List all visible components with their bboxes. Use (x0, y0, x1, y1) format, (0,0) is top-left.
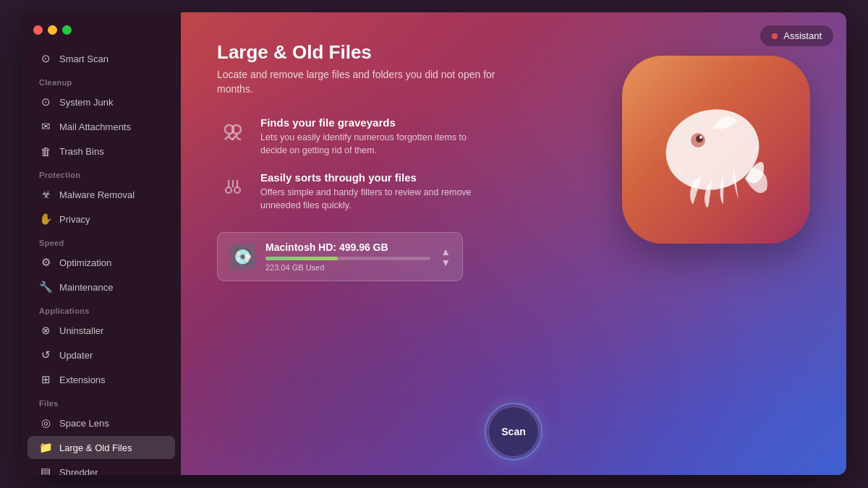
disk-info: Macintosh HD: 499.96 GB 223.04 GB Used (265, 241, 430, 272)
feature-item-sorts: Easily sorts through your files Offers s… (217, 171, 810, 212)
sidebar-item-label: Large & Old Files (59, 442, 132, 453)
optimization-icon: ⚙ (39, 256, 52, 269)
sidebar-item-label: Smart Scan (59, 53, 109, 64)
page-title: Large & Old Files (217, 41, 810, 64)
sidebar-item-label: Trash Bins (59, 146, 104, 157)
sidebar-section-speed: Speed (22, 231, 181, 250)
scan-button-ring: Scan (485, 403, 542, 461)
feature-text-graveyards: Finds your file graveyards Lets you easi… (260, 116, 492, 157)
sidebar: ⊙ Smart Scan Cleanup ⊙ System Junk ✉ Mai… (22, 12, 181, 475)
sidebar-item-system-junk[interactable]: ⊙ System Junk (27, 90, 175, 114)
feature-desc-sorts: Offers simple and handy filters to revie… (260, 187, 492, 212)
page-description: Locate and remove large files and folder… (217, 68, 521, 96)
sidebar-section-files: Files (22, 392, 181, 411)
sidebar-item-label: System Junk (59, 97, 113, 108)
assistant-label: Assistant (783, 30, 822, 41)
maintenance-icon: 🔧 (39, 281, 52, 294)
svg-point-6 (226, 187, 231, 193)
sidebar-item-label: Updater (59, 350, 93, 361)
traffic-lights (22, 20, 181, 46)
feature-item-graveyards: Finds your file graveyards Lets you easi… (217, 116, 810, 157)
sidebar-item-uninstaller[interactable]: ⊗ Uninstaller (27, 319, 175, 342)
sidebar-item-label: Maintenance (59, 282, 113, 293)
space-lens-icon: ◎ (39, 416, 52, 429)
sidebar-item-privacy[interactable]: ✋ Privacy (27, 207, 175, 231)
sidebar-item-label: Extensions (59, 374, 106, 385)
sidebar-item-label: Privacy (59, 214, 90, 225)
trash-icon: 🗑 (39, 145, 52, 158)
privacy-icon: ✋ (39, 213, 52, 226)
sidebar-item-shredder[interactable]: ▤ Shredder (27, 461, 175, 475)
sidebar-item-label: Malware Removal (59, 189, 135, 200)
graveyards-icon (217, 116, 249, 148)
sidebar-item-space-lens[interactable]: ◎ Space Lens (27, 411, 175, 435)
features-list: Finds your file graveyards Lets you easi… (217, 116, 810, 212)
sidebar-item-malware-removal[interactable]: ☣ Malware Removal (27, 183, 175, 206)
malware-icon: ☣ (39, 188, 52, 201)
close-button[interactable] (33, 25, 43, 35)
updater-icon: ↺ (39, 348, 52, 361)
disk-bar-fill (265, 257, 338, 260)
sidebar-item-label: Mail Attachments (59, 121, 131, 132)
minimize-button[interactable] (48, 25, 57, 35)
content-area: Large & Old Files Locate and remove larg… (217, 41, 810, 417)
svg-point-7 (234, 187, 240, 193)
sidebar-item-extensions[interactable]: ⊞ Extensions (27, 368, 175, 391)
disk-used-label: 223.04 GB Used (265, 263, 430, 272)
feature-title-sorts: Easily sorts through your files (260, 171, 492, 184)
scan-button-container: Scan (485, 403, 542, 461)
disk-bar-background (265, 257, 430, 260)
scan-button[interactable]: Scan (488, 406, 539, 457)
disk-drive-icon: 💽 (229, 244, 255, 270)
smart-scan-icon: ⊙ (39, 52, 52, 65)
main-content: Assistant (181, 12, 846, 475)
sidebar-item-label: Space Lens (59, 418, 109, 429)
feature-desc-graveyards: Lets you easily identify numerous forgot… (260, 132, 492, 157)
app-window: ⊙ Smart Scan Cleanup ⊙ System Junk ✉ Mai… (22, 12, 846, 475)
sidebar-item-label: Uninstaller (59, 325, 103, 336)
uninstaller-icon: ⊗ (39, 324, 52, 337)
sidebar-item-updater[interactable]: ↺ Updater (27, 343, 175, 367)
mail-icon: ✉ (39, 120, 52, 133)
sidebar-section-cleanup: Cleanup (22, 71, 181, 90)
sidebar-item-label: Optimization (59, 257, 111, 268)
sidebar-section-protection: Protection (22, 163, 181, 182)
folder-icon: 📁 (39, 441, 52, 454)
sidebar-item-optimization[interactable]: ⚙ Optimization (27, 251, 175, 274)
disk-selector[interactable]: 💽 Macintosh HD: 499.96 GB 223.04 GB Used… (217, 232, 463, 281)
feature-text-sorts: Easily sorts through your files Offers s… (260, 171, 492, 212)
feature-title-graveyards: Finds your file graveyards (260, 116, 492, 129)
disk-name: Macintosh HD: 499.96 GB (265, 241, 430, 253)
shredder-icon: ▤ (39, 466, 52, 475)
sorts-icon (217, 171, 249, 203)
maximize-button[interactable] (62, 25, 72, 35)
disk-chevron-icon: ▲ ▼ (441, 247, 451, 267)
sidebar-item-mail-attachments[interactable]: ✉ Mail Attachments (27, 115, 175, 138)
sidebar-item-large-old-files[interactable]: 📁 Large & Old Files (27, 436, 175, 459)
sidebar-item-trash-bins[interactable]: 🗑 Trash Bins (27, 140, 175, 163)
sidebar-item-maintenance[interactable]: 🔧 Maintenance (27, 275, 175, 299)
assistant-status-dot (772, 33, 778, 39)
system-junk-icon: ⊙ (39, 95, 52, 108)
sidebar-section-applications: Applications (22, 299, 181, 318)
sidebar-item-label: Shredder (59, 467, 98, 476)
sidebar-item-smart-scan[interactable]: ⊙ Smart Scan (27, 47, 175, 70)
extensions-icon: ⊞ (39, 373, 52, 386)
